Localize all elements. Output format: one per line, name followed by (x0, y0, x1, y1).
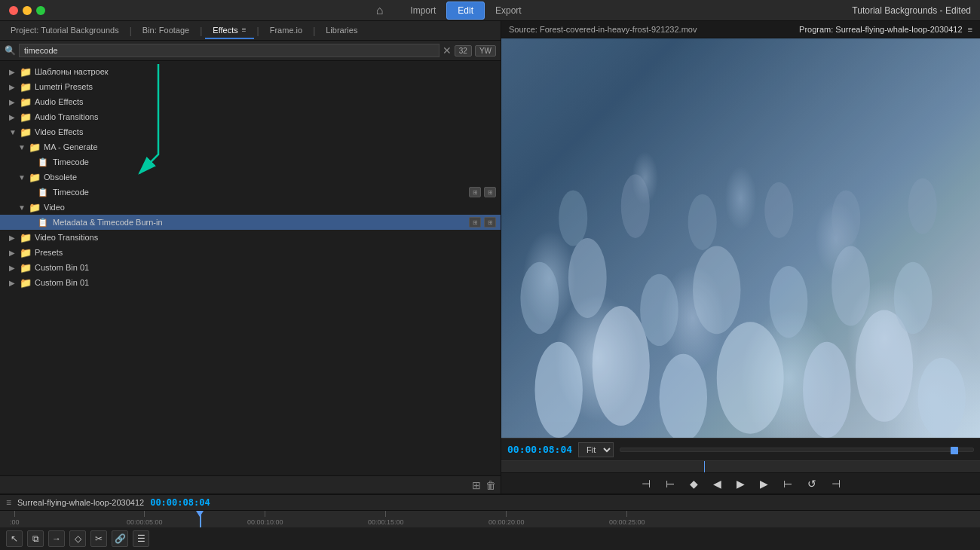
loop-button[interactable]: ↺ (804, 476, 819, 491)
folder-icon: 📁 (20, 262, 32, 273)
tree-item-video[interactable]: ▼ 📁 Video (0, 200, 501, 215)
chevron-icon: ▶ (9, 113, 20, 121)
tree-item-video-transitions[interactable]: ▶ 📁 Video Transitions (0, 230, 501, 245)
tree-item-video-effects[interactable]: ▼ 📁 Video Effects (0, 124, 501, 139)
ruler-mark-20: 00:00:20:00 (488, 511, 525, 527)
effects-menu-icon[interactable]: ≡ (242, 26, 247, 34)
chevron-down-icon: ▼ (9, 128, 20, 136)
tree-label: Metadata & Timecode Burn-in (53, 218, 469, 227)
window-controls (9, 6, 45, 15)
badge-1: ⊞ (469, 217, 481, 228)
search-icon: 🔍 (5, 45, 16, 56)
program-label-bold: Program: Surreal-flying-whale-loop-20304… (799, 25, 962, 34)
slip-tool-button[interactable]: ◇ (69, 530, 86, 547)
preview-scrubber[interactable] (620, 448, 974, 452)
timeline-ruler[interactable]: :00 00:00:05:00 00:00:10:00 00:00:15:00 … (0, 511, 980, 527)
folder-icon: 📁 (29, 202, 41, 213)
folder-icon: 📁 (20, 277, 32, 289)
spacer (27, 158, 38, 167)
tab-frameio[interactable]: Frame.io (262, 23, 310, 39)
scrubber-handle (951, 447, 958, 454)
ruler-marks: :00 00:00:05:00 00:00:10:00 00:00:15:00 … (6, 511, 974, 527)
tree-item-timecode-2[interactable]: 📋 Timecode ⊞ ⊞ (0, 185, 501, 200)
main-area: Project: Tutorial Backgrounds | Bin: Foo… (0, 21, 980, 550)
link-button[interactable]: 🔗 (112, 530, 128, 547)
folder-icon: 📁 (20, 127, 32, 138)
trash-button[interactable]: 🗑 (485, 479, 496, 491)
home-nav-item[interactable]: ⌂ (366, 1, 394, 20)
step-back-far-button[interactable]: ⊢ (663, 476, 678, 491)
minimize-button[interactable] (23, 6, 32, 15)
step-fwd-button[interactable]: ⊢ (780, 476, 795, 491)
main-nav: ⌂ Import Edit Export (366, 1, 532, 20)
timeline-header: ≡ Surreal-flying-whale-loop-2030412 00:0… (0, 495, 980, 511)
folder-icon: 📁 (20, 247, 32, 258)
tree-item-metadata-timecode[interactable]: 📋 Metadata & Timecode Burn-in ⊞ ⊞ (0, 215, 501, 230)
maximize-button[interactable] (36, 6, 45, 15)
play-pause-button[interactable]: ▶ (733, 476, 748, 491)
ripple-tool-button[interactable]: ⧉ (27, 530, 44, 547)
edit-nav-item[interactable]: Edit (446, 2, 485, 20)
frost-trees-svg (501, 38, 980, 438)
prev-frame-button[interactable]: ◀ (710, 476, 724, 491)
ruler-line (144, 511, 145, 517)
effects-tree: ▶ 📁 Шаблоны настроек ▶ 📁 Lumetri Presets… (0, 61, 501, 475)
search-input[interactable] (19, 44, 439, 57)
tree-item-custom-bin-01a[interactable]: ▶ 📁 Custom Bin 01 (0, 260, 501, 275)
tree-item-timecode-1[interactable]: 📋 Timecode (0, 154, 501, 170)
grid-view-button[interactable]: ⊞ (472, 479, 481, 491)
step-in-right-button[interactable]: ⊣ (828, 476, 844, 491)
import-nav-item[interactable]: Import (400, 2, 446, 19)
tree-item-ma-generate[interactable]: ▼ 📁 MA - Generate (0, 139, 501, 154)
search-row: 🔍 ✕ 32 YW (0, 41, 501, 61)
close-button[interactable] (9, 6, 18, 15)
tree-item-presets[interactable]: ▶ 📁 Presets (0, 245, 501, 260)
select-tool-button[interactable]: ↖ (6, 530, 23, 547)
tab-libraries[interactable]: Libraries (318, 23, 365, 39)
tree-label: Obsolete (44, 173, 496, 182)
tree-item-obsolete[interactable]: ▼ 📁 Obsolete (0, 170, 501, 185)
export-nav-item[interactable]: Export (485, 2, 532, 19)
tab-effects[interactable]: Effects ≡ (205, 23, 253, 39)
chevron-icon: ▶ (9, 264, 20, 272)
fit-dropdown[interactable]: Fit (578, 442, 614, 457)
svg-rect-21 (501, 38, 980, 438)
tree-label: MA - Generate (44, 142, 496, 151)
ruler-line (385, 511, 386, 517)
file-icon: 📋 (38, 188, 50, 197)
tree-item-lumetri-presets[interactable]: ▶ 📁 Lumetri Presets (0, 79, 501, 94)
folder-icon: 📁 (29, 172, 41, 183)
timeline-menu-icon[interactable]: ≡ (6, 497, 11, 508)
tab-project[interactable]: Project: Tutorial Backgrounds (3, 23, 127, 39)
tree-label: Custom Bin 01 (35, 263, 496, 272)
tree-item-audio-effects[interactable]: ▶ 📁 Audio Effects (0, 94, 501, 109)
timeline-tools: ↖ ⧉ → ◇ ✂ 🔗 ☰ (6, 530, 149, 547)
add-marker-button[interactable]: ◆ (687, 476, 701, 491)
ruler-label: 00:00:15:00 (368, 518, 404, 526)
top-section: Project: Tutorial Backgrounds | Bin: Foo… (0, 21, 980, 493)
ruler-label: :00 (10, 518, 20, 526)
track-select-button[interactable]: → (48, 530, 65, 547)
tree-item-custom-bin-01b[interactable]: ▶ 📁 Custom Bin 01 (0, 275, 501, 290)
tree-label: Audio Transitions (35, 112, 496, 121)
ruler-mark-start: :00 (10, 511, 20, 527)
magnet-button[interactable]: ☰ (133, 530, 149, 547)
clear-search-button[interactable]: ✕ (443, 44, 452, 57)
playback-controls: ⊣ ⊢ ◆ ◀ ▶ ▶ ⊢ ↺ ⊣ (501, 472, 980, 493)
tree-item-audio-transitions[interactable]: ▶ 📁 Audio Transitions (0, 109, 501, 124)
tree-label: Video Transitions (35, 233, 496, 242)
tab-sep-1: | (130, 26, 132, 36)
preview-timeline-ruler[interactable] (501, 460, 980, 472)
tab-sep-2: | (200, 26, 202, 36)
filter-button-32[interactable]: 32 (455, 45, 472, 57)
next-frame-button[interactable]: ▶ (757, 476, 771, 491)
tab-bin[interactable]: Bin: Footage (135, 23, 197, 39)
step-out-left-button[interactable]: ⊣ (639, 476, 654, 491)
program-menu-icon[interactable]: ≡ (968, 25, 972, 34)
razor-tool-button[interactable]: ✂ (90, 530, 107, 547)
folder-icon: 📁 (20, 232, 32, 243)
badge-1: ⊞ (469, 187, 481, 197)
filter-button-yw[interactable]: YW (475, 45, 496, 57)
ruler-label: 00:00:05:00 (127, 518, 163, 526)
tree-item-settings-templates[interactable]: ▶ 📁 Шаблоны настроек (0, 64, 501, 79)
